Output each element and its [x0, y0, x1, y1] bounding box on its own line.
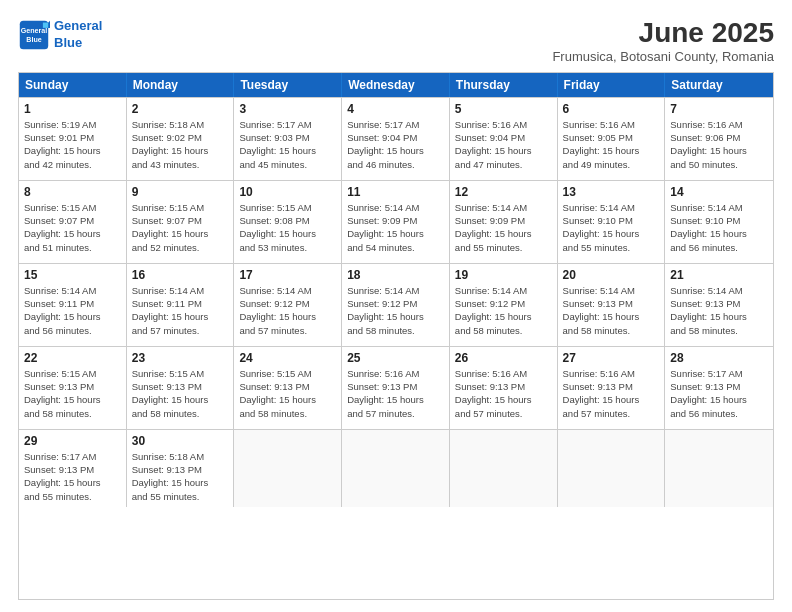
logo-text: General Blue: [54, 18, 102, 52]
cal-cell-empty: [234, 430, 342, 507]
cal-cell-empty: [558, 430, 666, 507]
day-num: 22: [24, 351, 121, 365]
cal-cell-17: 17Sunrise: 5:14 AMSunset: 9:12 PMDayligh…: [234, 264, 342, 346]
cal-cell-3: 3Sunrise: 5:17 AMSunset: 9:03 PMDaylight…: [234, 98, 342, 180]
day-info: Sunrise: 5:16 AMSunset: 9:05 PMDaylight:…: [563, 118, 660, 171]
cal-cell-2: 2Sunrise: 5:18 AMSunset: 9:02 PMDaylight…: [127, 98, 235, 180]
header-saturday: Saturday: [665, 73, 773, 97]
day-num: 9: [132, 185, 229, 199]
cal-cell-20: 20Sunrise: 5:14 AMSunset: 9:13 PMDayligh…: [558, 264, 666, 346]
day-info: Sunrise: 5:16 AMSunset: 9:06 PMDaylight:…: [670, 118, 768, 171]
cal-cell-4: 4Sunrise: 5:17 AMSunset: 9:04 PMDaylight…: [342, 98, 450, 180]
day-num: 19: [455, 268, 552, 282]
day-num: 5: [455, 102, 552, 116]
day-info: Sunrise: 5:14 AMSunset: 9:09 PMDaylight:…: [347, 201, 444, 254]
day-info: Sunrise: 5:14 AMSunset: 9:13 PMDaylight:…: [670, 284, 768, 337]
day-num: 3: [239, 102, 336, 116]
cal-cell-26: 26Sunrise: 5:16 AMSunset: 9:13 PMDayligh…: [450, 347, 558, 429]
day-info: Sunrise: 5:15 AMSunset: 9:13 PMDaylight:…: [239, 367, 336, 420]
header-thursday: Thursday: [450, 73, 558, 97]
day-num: 29: [24, 434, 121, 448]
day-info: Sunrise: 5:17 AMSunset: 9:03 PMDaylight:…: [239, 118, 336, 171]
cal-row-5: 29Sunrise: 5:17 AMSunset: 9:13 PMDayligh…: [19, 429, 773, 507]
day-num: 23: [132, 351, 229, 365]
day-num: 11: [347, 185, 444, 199]
day-info: Sunrise: 5:14 AMSunset: 9:11 PMDaylight:…: [132, 284, 229, 337]
cal-cell-8: 8Sunrise: 5:15 AMSunset: 9:07 PMDaylight…: [19, 181, 127, 263]
day-info: Sunrise: 5:15 AMSunset: 9:08 PMDaylight:…: [239, 201, 336, 254]
title-block: June 2025 Frumusica, Botosani County, Ro…: [552, 18, 774, 64]
day-info: Sunrise: 5:15 AMSunset: 9:07 PMDaylight:…: [24, 201, 121, 254]
header-sunday: Sunday: [19, 73, 127, 97]
day-info: Sunrise: 5:14 AMSunset: 9:10 PMDaylight:…: [563, 201, 660, 254]
svg-marker-4: [43, 22, 48, 27]
day-num: 17: [239, 268, 336, 282]
calendar-header: Sunday Monday Tuesday Wednesday Thursday…: [19, 73, 773, 97]
day-info: Sunrise: 5:14 AMSunset: 9:11 PMDaylight:…: [24, 284, 121, 337]
day-info: Sunrise: 5:15 AMSunset: 9:13 PMDaylight:…: [132, 367, 229, 420]
cal-cell-28: 28Sunrise: 5:17 AMSunset: 9:13 PMDayligh…: [665, 347, 773, 429]
cal-cell-1: 1Sunrise: 5:19 AMSunset: 9:01 PMDaylight…: [19, 98, 127, 180]
day-num: 7: [670, 102, 768, 116]
day-num: 2: [132, 102, 229, 116]
day-info: Sunrise: 5:14 AMSunset: 9:12 PMDaylight:…: [347, 284, 444, 337]
day-info: Sunrise: 5:19 AMSunset: 9:01 PMDaylight:…: [24, 118, 121, 171]
cal-row-4: 22Sunrise: 5:15 AMSunset: 9:13 PMDayligh…: [19, 346, 773, 429]
cal-row-1: 1Sunrise: 5:19 AMSunset: 9:01 PMDaylight…: [19, 97, 773, 180]
day-num: 30: [132, 434, 229, 448]
day-info: Sunrise: 5:14 AMSunset: 9:12 PMDaylight:…: [239, 284, 336, 337]
day-num: 20: [563, 268, 660, 282]
cal-cell-7: 7Sunrise: 5:16 AMSunset: 9:06 PMDaylight…: [665, 98, 773, 180]
day-num: 14: [670, 185, 768, 199]
svg-text:Blue: Blue: [26, 36, 41, 44]
day-info: Sunrise: 5:17 AMSunset: 9:04 PMDaylight:…: [347, 118, 444, 171]
day-num: 13: [563, 185, 660, 199]
day-num: 12: [455, 185, 552, 199]
cal-cell-22: 22Sunrise: 5:15 AMSunset: 9:13 PMDayligh…: [19, 347, 127, 429]
cal-cell-25: 25Sunrise: 5:16 AMSunset: 9:13 PMDayligh…: [342, 347, 450, 429]
header-monday: Monday: [127, 73, 235, 97]
day-info: Sunrise: 5:16 AMSunset: 9:13 PMDaylight:…: [347, 367, 444, 420]
cal-cell-12: 12Sunrise: 5:14 AMSunset: 9:09 PMDayligh…: [450, 181, 558, 263]
day-info: Sunrise: 5:14 AMSunset: 9:10 PMDaylight:…: [670, 201, 768, 254]
day-num: 8: [24, 185, 121, 199]
location: Frumusica, Botosani County, Romania: [552, 49, 774, 64]
calendar-body: 1Sunrise: 5:19 AMSunset: 9:01 PMDaylight…: [19, 97, 773, 507]
day-num: 4: [347, 102, 444, 116]
day-num: 25: [347, 351, 444, 365]
logo-icon: General Blue: [18, 19, 50, 51]
day-info: Sunrise: 5:16 AMSunset: 9:04 PMDaylight:…: [455, 118, 552, 171]
svg-text:General: General: [21, 27, 48, 35]
cal-cell-6: 6Sunrise: 5:16 AMSunset: 9:05 PMDaylight…: [558, 98, 666, 180]
day-info: Sunrise: 5:15 AMSunset: 9:13 PMDaylight:…: [24, 367, 121, 420]
day-info: Sunrise: 5:16 AMSunset: 9:13 PMDaylight:…: [563, 367, 660, 420]
cal-cell-18: 18Sunrise: 5:14 AMSunset: 9:12 PMDayligh…: [342, 264, 450, 346]
cal-cell-16: 16Sunrise: 5:14 AMSunset: 9:11 PMDayligh…: [127, 264, 235, 346]
header-tuesday: Tuesday: [234, 73, 342, 97]
cal-cell-10: 10Sunrise: 5:15 AMSunset: 9:08 PMDayligh…: [234, 181, 342, 263]
cal-cell-27: 27Sunrise: 5:16 AMSunset: 9:13 PMDayligh…: [558, 347, 666, 429]
header-wednesday: Wednesday: [342, 73, 450, 97]
day-num: 15: [24, 268, 121, 282]
day-num: 1: [24, 102, 121, 116]
cal-cell-15: 15Sunrise: 5:14 AMSunset: 9:11 PMDayligh…: [19, 264, 127, 346]
cal-cell-11: 11Sunrise: 5:14 AMSunset: 9:09 PMDayligh…: [342, 181, 450, 263]
day-info: Sunrise: 5:14 AMSunset: 9:12 PMDaylight:…: [455, 284, 552, 337]
cal-cell-empty: [450, 430, 558, 507]
day-info: Sunrise: 5:14 AMSunset: 9:13 PMDaylight:…: [563, 284, 660, 337]
cal-cell-empty: [665, 430, 773, 507]
day-info: Sunrise: 5:15 AMSunset: 9:07 PMDaylight:…: [132, 201, 229, 254]
cal-cell-23: 23Sunrise: 5:15 AMSunset: 9:13 PMDayligh…: [127, 347, 235, 429]
cal-cell-30: 30Sunrise: 5:18 AMSunset: 9:13 PMDayligh…: [127, 430, 235, 507]
logo: General Blue General Blue: [18, 18, 102, 52]
day-info: Sunrise: 5:18 AMSunset: 9:02 PMDaylight:…: [132, 118, 229, 171]
cal-cell-24: 24Sunrise: 5:15 AMSunset: 9:13 PMDayligh…: [234, 347, 342, 429]
cal-cell-5: 5Sunrise: 5:16 AMSunset: 9:04 PMDaylight…: [450, 98, 558, 180]
page: General Blue General Blue June 2025 Frum…: [0, 0, 792, 612]
day-num: 28: [670, 351, 768, 365]
day-num: 16: [132, 268, 229, 282]
day-num: 27: [563, 351, 660, 365]
header-friday: Friday: [558, 73, 666, 97]
day-info: Sunrise: 5:18 AMSunset: 9:13 PMDaylight:…: [132, 450, 229, 503]
day-num: 18: [347, 268, 444, 282]
